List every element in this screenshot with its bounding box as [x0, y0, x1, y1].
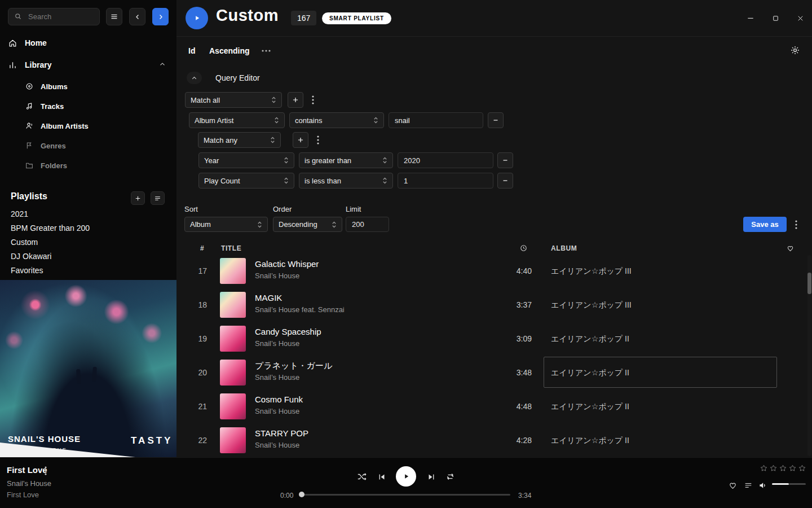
- track-duration: 4:40: [480, 254, 532, 288]
- playlist-item[interactable]: Custom: [11, 238, 38, 247]
- track-album: エイリアン☆ポップ II: [551, 322, 629, 356]
- sidebar-item-folders[interactable]: Folders: [25, 159, 67, 172]
- match-type-select[interactable]: Match all: [185, 92, 282, 108]
- limit-input[interactable]: [346, 217, 389, 232]
- play-button[interactable]: [396, 466, 416, 487]
- forward-button[interactable]: [152, 8, 169, 25]
- rule-value-input[interactable]: [389, 112, 483, 128]
- rule-field-select[interactable]: Play Count: [198, 173, 294, 189]
- track-artist: Snail’s House: [255, 271, 299, 280]
- playlist-list-button[interactable]: [151, 191, 165, 205]
- music-note-icon: [25, 102, 34, 111]
- star-rating: [760, 464, 806, 472]
- sidebar-item-library[interactable]: Library: [8, 58, 51, 72]
- sort-direction-button[interactable]: Ascending: [209, 46, 250, 55]
- track-title: STARRY POP: [255, 428, 308, 438]
- query-more-button[interactable]: [792, 217, 801, 233]
- sort-select[interactable]: Album: [184, 217, 268, 232]
- track-row[interactable]: 21 Cosmo Funk Snail’s House 4:48 エイリアン☆ポ…: [176, 389, 808, 423]
- repeat-button[interactable]: [445, 471, 456, 482]
- sidebar-item-album-artists[interactable]: Album Artists: [25, 120, 89, 132]
- scrollbar-thumb[interactable]: [807, 273, 811, 294]
- star-button[interactable]: [788, 464, 797, 472]
- save-as-button[interactable]: Save as: [743, 217, 787, 232]
- playlist-item[interactable]: DJ Okawari: [11, 252, 51, 261]
- menu-button[interactable]: [106, 8, 122, 25]
- add-playlist-button[interactable]: [131, 191, 145, 205]
- header-divider: [176, 36, 812, 37]
- sort-field-button[interactable]: Id: [188, 46, 195, 55]
- track-album: エイリアン☆ポップ III: [551, 254, 632, 288]
- progress-handle[interactable]: [299, 492, 304, 497]
- star-button[interactable]: [760, 464, 768, 472]
- playlist-item[interactable]: BPM Greater than 200: [11, 224, 90, 233]
- plus-icon: [292, 96, 299, 104]
- select-arrows-icon: [332, 221, 337, 229]
- star-icon: [769, 464, 778, 472]
- select-value: Match all: [191, 96, 220, 104]
- search-input[interactable]: [27, 12, 94, 21]
- track-count-badge: 167: [291, 11, 316, 25]
- star-button[interactable]: [798, 464, 806, 472]
- search-box[interactable]: [8, 8, 100, 25]
- queue-button[interactable]: [744, 481, 753, 490]
- collapse-library-button[interactable]: [158, 60, 166, 68]
- shuffle-button[interactable]: [356, 471, 367, 482]
- track-album: エイリアン☆ポップ II: [551, 389, 629, 423]
- rule-operator-select[interactable]: contains: [289, 112, 384, 128]
- play-icon: [192, 14, 201, 23]
- remove-rule-button[interactable]: [497, 152, 513, 168]
- rule-field-select[interactable]: Year: [198, 152, 294, 168]
- add-rule-button[interactable]: [288, 92, 303, 108]
- menu-icon: [110, 12, 118, 21]
- group-menu-button[interactable]: [314, 132, 323, 148]
- remove-rule-button[interactable]: [488, 112, 504, 128]
- rule-operator-select[interactable]: is less than: [299, 173, 393, 189]
- star-icon: [798, 464, 806, 472]
- remove-rule-button[interactable]: [497, 173, 513, 189]
- close-button[interactable]: [793, 12, 807, 24]
- volume-button[interactable]: [758, 480, 768, 491]
- add-group-rule-button[interactable]: [293, 132, 308, 148]
- next-button[interactable]: [426, 472, 436, 482]
- play-playlist-button[interactable]: [186, 7, 208, 29]
- sidebar-item-albums[interactable]: Albums: [25, 80, 68, 93]
- rule-field-select[interactable]: Album Artist: [189, 112, 285, 128]
- sidebar-item-tracks[interactable]: Tracks: [25, 100, 64, 112]
- rule-value-input[interactable]: [398, 173, 493, 189]
- query-editor-collapse-button[interactable]: [187, 72, 202, 84]
- volume-slider-filled[interactable]: [772, 483, 789, 485]
- playlist-item[interactable]: 2021: [11, 209, 28, 218]
- flag-icon: [25, 141, 34, 150]
- progress-bar[interactable]: [302, 494, 510, 496]
- select-value: Album Artist: [195, 116, 233, 125]
- track-row[interactable]: 22 STARRY POP Snail’s House 4:28 エイリアン☆ポ…: [176, 423, 808, 457]
- column-header-title: TITLE: [221, 244, 241, 252]
- sidebar-item-home[interactable]: Home: [8, 36, 47, 50]
- maximize-button[interactable]: [768, 12, 783, 24]
- track-row[interactable]: 17 Galactic Whisper Snail’s House 4:40 エ…: [176, 254, 808, 288]
- rule-group-menu-button[interactable]: [308, 92, 317, 108]
- star-button[interactable]: [769, 464, 778, 472]
- volume-slider-track[interactable]: [789, 483, 806, 485]
- previous-button[interactable]: [377, 472, 387, 482]
- playlist-item[interactable]: Favorites: [11, 266, 43, 275]
- track-row[interactable]: 19 Candy Spaceship Snail’s House 3:09 エイ…: [176, 322, 808, 356]
- track-row[interactable]: 18 MAGIK Snail’s House feat. Sennzai 3:3…: [176, 288, 808, 322]
- order-select[interactable]: Descending: [273, 217, 342, 232]
- now-playing-menu-button[interactable]: [45, 466, 47, 475]
- kebab-icon: [795, 220, 797, 229]
- settings-button[interactable]: [790, 45, 800, 55]
- sort-more-button[interactable]: [261, 49, 271, 52]
- rule-operator-select[interactable]: is greater than: [299, 152, 393, 168]
- group-match-type-select[interactable]: Match any: [198, 132, 281, 148]
- rule-value-input[interactable]: [398, 152, 493, 168]
- sidebar-item-genres[interactable]: Genres: [25, 139, 66, 152]
- favorite-button[interactable]: [728, 480, 738, 490]
- minimize-button[interactable]: [743, 12, 758, 24]
- star-button[interactable]: [779, 464, 787, 472]
- speaker-icon: [758, 480, 768, 491]
- back-button[interactable]: [129, 8, 145, 25]
- track-row[interactable]: 20 プラネット・ガール Snail’s House 3:48 エイリアン☆ポッ…: [176, 356, 808, 389]
- select-value: contains: [295, 116, 322, 125]
